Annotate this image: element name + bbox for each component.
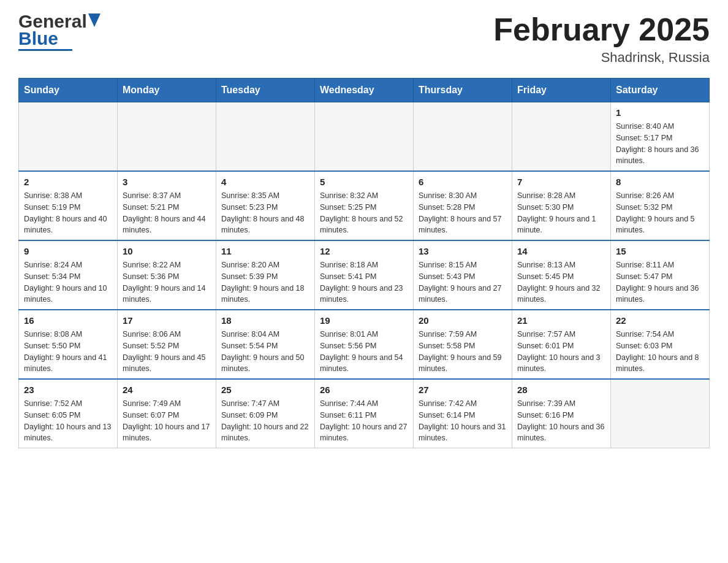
day-info: Sunrise: 8:18 AM Sunset: 5:41 PM Dayligh… xyxy=(320,259,408,305)
table-row: 6Sunrise: 8:30 AM Sunset: 5:28 PM Daylig… xyxy=(414,171,512,240)
table-row xyxy=(19,102,118,172)
day-number: 16 xyxy=(24,314,112,327)
table-row: 10Sunrise: 8:22 AM Sunset: 5:36 PM Dayli… xyxy=(118,240,216,310)
day-number: 23 xyxy=(24,383,112,396)
page-header: General Blue February 2025 Shadrinsk, Ru… xyxy=(18,12,710,66)
day-number: 14 xyxy=(517,245,605,258)
table-row: 1Sunrise: 8:40 AM Sunset: 5:17 PM Daylig… xyxy=(611,102,710,172)
day-number: 10 xyxy=(123,245,211,258)
col-tuesday: Tuesday xyxy=(216,79,315,102)
table-row: 4Sunrise: 8:35 AM Sunset: 5:23 PM Daylig… xyxy=(216,171,315,240)
day-info: Sunrise: 8:32 AM Sunset: 5:25 PM Dayligh… xyxy=(320,190,408,236)
col-sunday: Sunday xyxy=(19,79,118,102)
table-row: 27Sunrise: 7:42 AM Sunset: 6:14 PM Dayli… xyxy=(414,379,512,448)
logo: General Blue xyxy=(18,12,100,51)
day-info: Sunrise: 7:57 AM Sunset: 6:01 PM Dayligh… xyxy=(517,329,605,375)
day-number: 21 xyxy=(517,314,605,327)
day-number: 22 xyxy=(616,314,704,327)
day-number: 24 xyxy=(123,383,211,396)
day-number: 1 xyxy=(616,106,704,119)
day-number: 12 xyxy=(320,245,408,258)
day-number: 19 xyxy=(320,314,408,327)
table-row: 5Sunrise: 8:32 AM Sunset: 5:25 PM Daylig… xyxy=(315,171,414,240)
day-number: 20 xyxy=(419,314,507,327)
page-subtitle: Shadrinsk, Russia xyxy=(493,50,710,66)
day-info: Sunrise: 7:49 AM Sunset: 6:07 PM Dayligh… xyxy=(123,398,211,444)
day-number: 9 xyxy=(24,245,112,258)
day-info: Sunrise: 7:52 AM Sunset: 6:05 PM Dayligh… xyxy=(24,398,112,444)
table-row: 7Sunrise: 8:28 AM Sunset: 5:30 PM Daylig… xyxy=(512,171,611,240)
calendar-table: Sunday Monday Tuesday Wednesday Thursday… xyxy=(18,78,710,448)
table-row: 11Sunrise: 8:20 AM Sunset: 5:39 PM Dayli… xyxy=(216,240,315,310)
table-row: 28Sunrise: 7:39 AM Sunset: 6:16 PM Dayli… xyxy=(512,379,611,448)
day-info: Sunrise: 8:24 AM Sunset: 5:34 PM Dayligh… xyxy=(24,259,112,305)
day-number: 4 xyxy=(221,175,309,188)
day-info: Sunrise: 8:40 AM Sunset: 5:17 PM Dayligh… xyxy=(616,121,704,167)
day-info: Sunrise: 8:22 AM Sunset: 5:36 PM Dayligh… xyxy=(123,259,211,305)
table-row: 21Sunrise: 7:57 AM Sunset: 6:01 PM Dayli… xyxy=(512,310,611,379)
day-number: 18 xyxy=(221,314,309,327)
logo-blue-text: Blue xyxy=(18,28,58,48)
day-info: Sunrise: 8:30 AM Sunset: 5:28 PM Dayligh… xyxy=(419,190,507,236)
table-row xyxy=(315,102,414,172)
day-number: 3 xyxy=(123,175,211,188)
day-info: Sunrise: 8:35 AM Sunset: 5:23 PM Dayligh… xyxy=(221,190,309,236)
day-number: 11 xyxy=(221,245,309,258)
day-number: 6 xyxy=(419,175,507,188)
day-number: 28 xyxy=(517,383,605,396)
table-row: 24Sunrise: 7:49 AM Sunset: 6:07 PM Dayli… xyxy=(118,379,216,448)
col-wednesday: Wednesday xyxy=(315,79,414,102)
table-row: 13Sunrise: 8:15 AM Sunset: 5:43 PM Dayli… xyxy=(414,240,512,310)
calendar-header-row: Sunday Monday Tuesday Wednesday Thursday… xyxy=(19,79,710,102)
table-row: 8Sunrise: 8:26 AM Sunset: 5:32 PM Daylig… xyxy=(611,171,710,240)
table-row: 15Sunrise: 8:11 AM Sunset: 5:47 PM Dayli… xyxy=(611,240,710,310)
table-row: 2Sunrise: 8:38 AM Sunset: 5:19 PM Daylig… xyxy=(19,171,118,240)
table-row: 12Sunrise: 8:18 AM Sunset: 5:41 PM Dayli… xyxy=(315,240,414,310)
day-number: 2 xyxy=(24,175,112,188)
day-number: 26 xyxy=(320,383,408,396)
day-info: Sunrise: 8:04 AM Sunset: 5:54 PM Dayligh… xyxy=(221,329,309,375)
title-area: February 2025 Shadrinsk, Russia xyxy=(493,12,710,66)
col-thursday: Thursday xyxy=(414,79,512,102)
logo-underline xyxy=(18,49,72,51)
day-number: 5 xyxy=(320,175,408,188)
logo-triangle-icon xyxy=(88,13,100,27)
day-info: Sunrise: 8:20 AM Sunset: 5:39 PM Dayligh… xyxy=(221,259,309,305)
table-row: 25Sunrise: 7:47 AM Sunset: 6:09 PM Dayli… xyxy=(216,379,315,448)
table-row xyxy=(118,102,216,172)
table-row xyxy=(414,102,512,172)
day-number: 13 xyxy=(419,245,507,258)
day-info: Sunrise: 8:37 AM Sunset: 5:21 PM Dayligh… xyxy=(123,190,211,236)
col-monday: Monday xyxy=(118,79,216,102)
table-row: 19Sunrise: 8:01 AM Sunset: 5:56 PM Dayli… xyxy=(315,310,414,379)
table-row: 14Sunrise: 8:13 AM Sunset: 5:45 PM Dayli… xyxy=(512,240,611,310)
day-number: 25 xyxy=(221,383,309,396)
table-row: 26Sunrise: 7:44 AM Sunset: 6:11 PM Dayli… xyxy=(315,379,414,448)
day-info: Sunrise: 8:01 AM Sunset: 5:56 PM Dayligh… xyxy=(320,329,408,375)
col-saturday: Saturday xyxy=(611,79,710,102)
day-info: Sunrise: 8:06 AM Sunset: 5:52 PM Dayligh… xyxy=(123,329,211,375)
table-row: 20Sunrise: 7:59 AM Sunset: 5:58 PM Dayli… xyxy=(414,310,512,379)
day-number: 27 xyxy=(419,383,507,396)
day-number: 17 xyxy=(123,314,211,327)
table-row: 3Sunrise: 8:37 AM Sunset: 5:21 PM Daylig… xyxy=(118,171,216,240)
day-info: Sunrise: 7:42 AM Sunset: 6:14 PM Dayligh… xyxy=(419,398,507,444)
table-row xyxy=(216,102,315,172)
day-info: Sunrise: 8:15 AM Sunset: 5:43 PM Dayligh… xyxy=(419,259,507,305)
day-info: Sunrise: 7:44 AM Sunset: 6:11 PM Dayligh… xyxy=(320,398,408,444)
col-friday: Friday xyxy=(512,79,611,102)
page-title: February 2025 xyxy=(493,12,710,47)
day-info: Sunrise: 8:11 AM Sunset: 5:47 PM Dayligh… xyxy=(616,259,704,305)
table-row: 23Sunrise: 7:52 AM Sunset: 6:05 PM Dayli… xyxy=(19,379,118,448)
table-row: 17Sunrise: 8:06 AM Sunset: 5:52 PM Dayli… xyxy=(118,310,216,379)
table-row xyxy=(611,379,710,448)
day-number: 7 xyxy=(517,175,605,188)
table-row: 22Sunrise: 7:54 AM Sunset: 6:03 PM Dayli… xyxy=(611,310,710,379)
day-info: Sunrise: 7:39 AM Sunset: 6:16 PM Dayligh… xyxy=(517,398,605,444)
day-info: Sunrise: 7:47 AM Sunset: 6:09 PM Dayligh… xyxy=(221,398,309,444)
day-info: Sunrise: 8:38 AM Sunset: 5:19 PM Dayligh… xyxy=(24,190,112,236)
day-number: 8 xyxy=(616,175,704,188)
day-info: Sunrise: 8:13 AM Sunset: 5:45 PM Dayligh… xyxy=(517,259,605,305)
svg-marker-0 xyxy=(88,13,100,27)
table-row: 18Sunrise: 8:04 AM Sunset: 5:54 PM Dayli… xyxy=(216,310,315,379)
